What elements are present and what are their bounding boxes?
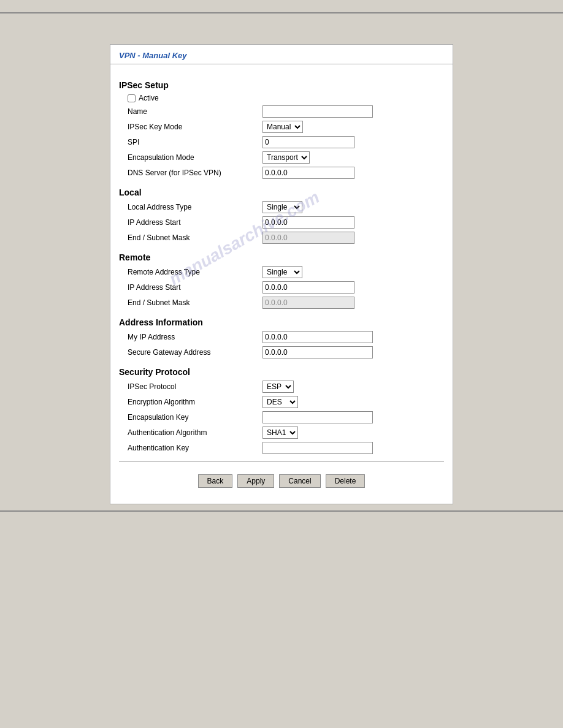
section-local: Local [119,188,444,197]
auth-key-input[interactable] [262,442,373,454]
name-row: Name [119,105,444,118]
encap-key-input[interactable] [262,411,373,423]
secure-gateway-row: Secure Gateway Address [119,346,444,358]
my-ip-input[interactable] [262,331,373,343]
encap-mode-row: Encapsulation Mode Transport Tunnel [119,151,444,164]
remote-ip-start-row: IP Address Start [119,281,444,294]
auth-algorithm-value: SHA1 MD5 [262,427,444,439]
local-addr-type-row: Local Address Type Single Range Subnet [119,201,444,213]
encap-key-row: Encapsulation Key [119,411,444,423]
secure-gateway-value [262,346,444,358]
ipsec-protocol-row: IPSec Protocol ESP AH [119,381,444,393]
back-button[interactable]: Back [198,474,233,488]
encryption-algorithm-label: Encryption Algorithm [128,398,262,406]
spi-label: SPI [128,138,262,146]
dns-server-label: DNS Server (for IPSec VPN) [128,169,262,177]
panel-title-text: VPN - Manual Key [119,51,187,60]
encryption-algorithm-value: DES 3DES AES [262,396,444,408]
remote-ip-start-label: IP Address Start [128,283,262,292]
ipsec-key-mode-label: IPSec Key Mode [128,123,262,131]
remote-ip-start-input[interactable] [262,281,354,294]
page-wrapper: manualsarchive.com VPN - Manual Key IPSe… [0,0,563,728]
bottom-border [0,510,563,512]
remote-addr-type-select[interactable]: Single Range Subnet [262,266,302,278]
section-address-info: Address Information [119,317,444,327]
encap-mode-select[interactable]: Transport Tunnel [262,151,310,164]
remote-subnet-input[interactable] [262,297,354,309]
encap-key-label: Encapsulation Key [128,413,262,422]
panel-body: IPSec Setup Active Name IPSec Key Mode M… [110,64,453,504]
spi-input[interactable] [262,136,354,148]
auth-algorithm-select[interactable]: SHA1 MD5 [262,427,298,439]
local-subnet-value [262,232,444,244]
name-input[interactable] [262,105,373,118]
my-ip-value [262,331,444,343]
active-label: Active [139,94,159,102]
local-ip-start-label: IP Address Start [128,218,262,227]
spi-value [262,136,444,148]
encap-mode-value: Transport Tunnel [262,151,444,164]
local-ip-start-value [262,216,444,229]
local-subnet-row: End / Subnet Mask [119,232,444,244]
remote-subnet-row: End / Subnet Mask [119,297,444,309]
ipsec-key-mode-row: IPSec Key Mode Manual IKE [119,121,444,133]
active-checkbox-row: Active [119,94,444,102]
main-panel: manualsarchive.com VPN - Manual Key IPSe… [110,44,453,504]
auth-key-value [262,442,444,454]
local-ip-start-input[interactable] [262,216,354,229]
dns-server-value [262,167,444,179]
dns-server-row: DNS Server (for IPSec VPN) [119,167,444,179]
local-subnet-input[interactable] [262,232,354,244]
spi-row: SPI [119,136,444,148]
section-remote: Remote [119,252,444,262]
local-ip-start-row: IP Address Start [119,216,444,229]
top-border [0,12,563,13]
delete-button[interactable]: Delete [326,474,366,488]
auth-algorithm-label: Authentication Algorithm [128,428,262,437]
ipsec-protocol-select[interactable]: ESP AH [262,381,294,393]
local-addr-type-value: Single Range Subnet [262,201,444,213]
button-row: Back Apply Cancel Delete [119,469,444,495]
secure-gateway-label: Secure Gateway Address [128,348,262,357]
section-security-protocol: Security Protocol [119,367,444,377]
my-ip-label: My IP Address [128,333,262,341]
encryption-algorithm-row: Encryption Algorithm DES 3DES AES [119,396,444,408]
name-value [262,105,444,118]
ipsec-key-mode-value: Manual IKE [262,121,444,133]
encryption-algorithm-select[interactable]: DES 3DES AES [262,396,298,408]
section-ipsec-setup: IPSec Setup [119,80,444,90]
secure-gateway-input[interactable] [262,346,373,358]
local-addr-type-select[interactable]: Single Range Subnet [262,201,302,213]
apply-button[interactable]: Apply [237,474,274,488]
divider [119,461,444,462]
ipsec-key-mode-select[interactable]: Manual IKE [262,121,303,133]
my-ip-row: My IP Address [119,331,444,343]
active-checkbox[interactable] [128,94,136,102]
auth-algorithm-row: Authentication Algorithm SHA1 MD5 [119,427,444,439]
remote-subnet-value [262,297,444,309]
cancel-button[interactable]: Cancel [279,474,320,488]
panel-title: VPN - Manual Key [110,45,453,64]
auth-key-label: Authentication Key [128,444,262,452]
remote-addr-type-row: Remote Address Type Single Range Subnet [119,266,444,278]
encap-mode-label: Encapsulation Mode [128,153,262,162]
ipsec-protocol-label: IPSec Protocol [128,382,262,391]
ipsec-protocol-value: ESP AH [262,381,444,393]
dns-server-input[interactable] [262,167,354,179]
local-subnet-label: End / Subnet Mask [128,233,262,242]
name-label: Name [128,107,262,116]
local-addr-type-label: Local Address Type [128,203,262,211]
remote-addr-type-label: Remote Address Type [128,268,262,276]
remote-ip-start-value [262,281,444,294]
remote-addr-type-value: Single Range Subnet [262,266,444,278]
encap-key-value [262,411,444,423]
auth-key-row: Authentication Key [119,442,444,454]
remote-subnet-label: End / Subnet Mask [128,298,262,307]
